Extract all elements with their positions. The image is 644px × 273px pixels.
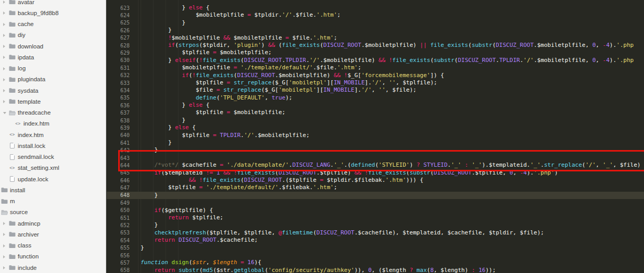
- chevron-right-icon[interactable]: [3, 45, 5, 48]
- code-editor[interactable]: 623 } else {624 $mobiletplfile = $tpldir…: [107, 0, 644, 273]
- code-line-658[interactable]: 658 return substr(md5($str.getglobal('co…: [107, 267, 644, 273]
- sidebar-item-diy[interactable]: diy: [0, 30, 106, 41]
- code-line-649[interactable]: 649: [107, 199, 644, 206]
- sidebar-item-update-lock[interactable]: update.lock: [0, 173, 106, 184]
- code-line-626[interactable]: 626 }: [107, 27, 644, 34]
- code-line-627[interactable]: 627 !$mobiletplfile && $mobiletplfile = …: [107, 34, 644, 42]
- chevron-right-icon[interactable]: [3, 34, 5, 37]
- chevron-right-icon[interactable]: [3, 266, 5, 269]
- code-text[interactable]: $tplfile = TPLDIR.'/'.$mobiletplfile;: [141, 132, 310, 139]
- code-line-648-highlighted[interactable]: 648 }: [107, 192, 644, 199]
- code-text[interactable]: return substr(md5($str.getglobal('config…: [141, 267, 496, 273]
- code-text[interactable]: if($gettplfile) {: [141, 207, 213, 214]
- code-line-652[interactable]: 652 }: [107, 221, 644, 229]
- code-line-635[interactable]: 635 define('TPL_DEFAULT', true);: [107, 94, 644, 102]
- code-line-656[interactable]: 656: [107, 252, 644, 259]
- sidebar-item-backup-9fd8b8[interactable]: backup_9fd8b8: [0, 7, 106, 18]
- code-text[interactable]: if(!file_exists(DISCUZ_ROOT.$mobiletplfi…: [141, 72, 444, 79]
- code-line-643[interactable]: 643: [107, 154, 644, 162]
- chevron-right-icon[interactable]: [3, 100, 5, 103]
- code-line-636[interactable]: 636 } else {: [107, 102, 644, 109]
- sidebar-item-install[interactable]: install: [0, 184, 106, 195]
- code-line-646[interactable]: 646 && !file_exists(DISCUZ_ROOT.($tplfil…: [107, 177, 644, 184]
- code-line-631[interactable]: 631 $mobiletplfile = './template/default…: [107, 64, 644, 71]
- chevron-right-icon[interactable]: [3, 255, 5, 258]
- code-line-642[interactable]: 642 }: [107, 146, 644, 154]
- sidebar-item-install-lock[interactable]: install.lock: [0, 140, 106, 151]
- chevron-right-icon[interactable]: [3, 23, 5, 26]
- code-text[interactable]: $mobiletplfile = './template/default/'.$…: [141, 64, 361, 71]
- code-text[interactable]: }: [141, 117, 185, 124]
- code-text[interactable]: !$mobiletplfile && $mobiletplfile = $fil…: [141, 34, 337, 42]
- code-line-654[interactable]: 654 return DISCUZ_ROOT.$cachefile;: [107, 237, 644, 244]
- chevron-right-icon[interactable]: [3, 78, 5, 81]
- code-text[interactable]: if(strpos($tpldir, 'plugin') && (file_ex…: [141, 42, 634, 49]
- chevron-right-icon[interactable]: [3, 1, 5, 4]
- sidebar-item-avatar[interactable]: avatar: [0, 0, 106, 7]
- code-line-647[interactable]: 647 $tplfile = './template/default/'.$fi…: [107, 184, 644, 191]
- sidebar-item-download[interactable]: download: [0, 41, 106, 52]
- code-line-640[interactable]: 640 $tplfile = TPLDIR.'/'.$mobiletplfile…: [107, 132, 644, 139]
- sidebar-item-ipdata[interactable]: ipdata: [0, 52, 106, 63]
- code-line-639[interactable]: 639 } else {: [107, 124, 644, 131]
- sidebar-item-threadcache[interactable]: threadcache: [0, 107, 106, 118]
- code-line-625[interactable]: 625 }: [107, 19, 644, 27]
- code-text[interactable]: }: [141, 192, 158, 199]
- code-text[interactable]: $file = str_replace($_G['mobiletpl'][IN_…: [141, 86, 416, 94]
- chevron-right-icon[interactable]: [3, 244, 5, 247]
- code-text[interactable]: } else {: [141, 124, 196, 131]
- chevron-right-icon[interactable]: [3, 67, 5, 70]
- code-line-645[interactable]: 645 if($templateid != 1 && !file_exists(…: [107, 169, 644, 177]
- sidebar-item-m[interactable]: m: [0, 196, 106, 207]
- code-line-638[interactable]: 638 }: [107, 117, 644, 124]
- code-line-628[interactable]: 628 if(strpos($tpldir, 'plugin') && (fil…: [107, 42, 644, 49]
- sidebar-item-sysdata[interactable]: sysdata: [0, 85, 106, 96]
- sidebar-item-include[interactable]: include: [0, 262, 106, 273]
- code-line-651[interactable]: 651 return $tplfile;: [107, 214, 644, 221]
- code-line-623[interactable]: 623 } else {: [107, 4, 644, 11]
- code-line-653[interactable]: 653 checktplrefresh($tplfile, $tplfile, …: [107, 229, 644, 237]
- chevron-right-icon[interactable]: [3, 89, 5, 92]
- code-text[interactable]: return DISCUZ_ROOT.$cachefile;: [141, 237, 258, 244]
- code-text[interactable]: }: [141, 244, 144, 252]
- code-line-633[interactable]: 633 $tplfile = str_replace($_G['mobiletp…: [107, 79, 644, 86]
- chevron-right-icon[interactable]: [3, 222, 5, 225]
- code-line-655[interactable]: 655}: [107, 244, 644, 252]
- code-text[interactable]: return $tplfile;: [141, 214, 223, 221]
- sidebar-item-index-htm[interactable]: <>index.htm: [0, 129, 106, 140]
- code-text[interactable]: $mobiletplfile = $tpldir.'/'.$file.'.htm…: [141, 11, 340, 19]
- code-text[interactable]: $tplfile = str_replace($_G['mobiletpl'][…: [141, 79, 437, 86]
- code-line-632[interactable]: 632 if(!file_exists(DISCUZ_ROOT.$mobilet…: [107, 72, 644, 79]
- code-text[interactable]: }: [141, 221, 158, 229]
- chevron-right-icon[interactable]: [3, 11, 5, 15]
- code-text[interactable]: && !file_exists(DISCUZ_ROOT.($tplfile = …: [141, 177, 423, 184]
- sidebar-item-template[interactable]: template: [0, 96, 106, 107]
- code-text[interactable]: }: [141, 139, 172, 146]
- code-text[interactable]: }: [141, 27, 172, 34]
- code-line-650[interactable]: 650 if($gettplfile) {: [107, 207, 644, 214]
- sidebar-item-index-htm[interactable]: <>index.htm: [0, 118, 106, 129]
- sidebar-item-function[interactable]: function: [0, 251, 106, 262]
- code-text[interactable]: define('TPL_DEFAULT', true);: [141, 94, 292, 102]
- code-line-657[interactable]: 657function dsign($str, $length = 16){: [107, 259, 644, 266]
- code-line-634[interactable]: 634 $file = str_replace($_G['mobiletpl']…: [107, 86, 644, 94]
- sidebar-item-log[interactable]: log: [0, 63, 106, 74]
- code-text[interactable]: $tplfile = $mobiletplfile;: [141, 49, 272, 56]
- code-line-629[interactable]: 629 $tplfile = $mobiletplfile;: [107, 49, 644, 56]
- code-text[interactable]: function dsign($str, $length = 16){: [141, 259, 261, 266]
- sidebar-item-stat-setting-xml[interactable]: <>stat_setting.xml: [0, 163, 106, 173]
- chevron-down-icon[interactable]: [3, 112, 6, 114]
- sidebar-item-admincp[interactable]: admincp: [0, 218, 106, 229]
- sidebar-item-class[interactable]: class: [0, 240, 106, 251]
- sidebar-item-source[interactable]: source: [0, 207, 106, 218]
- code-text[interactable]: } else {: [141, 102, 209, 109]
- code-text[interactable]: } elseif(!file_exists(DISCUZ_ROOT.TPLDIR…: [141, 57, 634, 64]
- code-text[interactable]: }: [141, 146, 158, 154]
- chevron-right-icon[interactable]: [3, 56, 5, 59]
- code-line-637[interactable]: 637 $tplfile = $mobiletplfile;: [107, 109, 644, 116]
- chevron-right-icon[interactable]: [3, 233, 5, 236]
- code-line-644[interactable]: 644 /*vot*/ $cachefile = './data/templat…: [107, 162, 644, 169]
- code-text[interactable]: $tplfile = $mobiletplfile;: [141, 109, 285, 116]
- sidebar-item-sendmail-lock[interactable]: sendmail.lock: [0, 152, 106, 163]
- code-text[interactable]: if($templateid != 1 && !file_exists(DISC…: [141, 169, 558, 177]
